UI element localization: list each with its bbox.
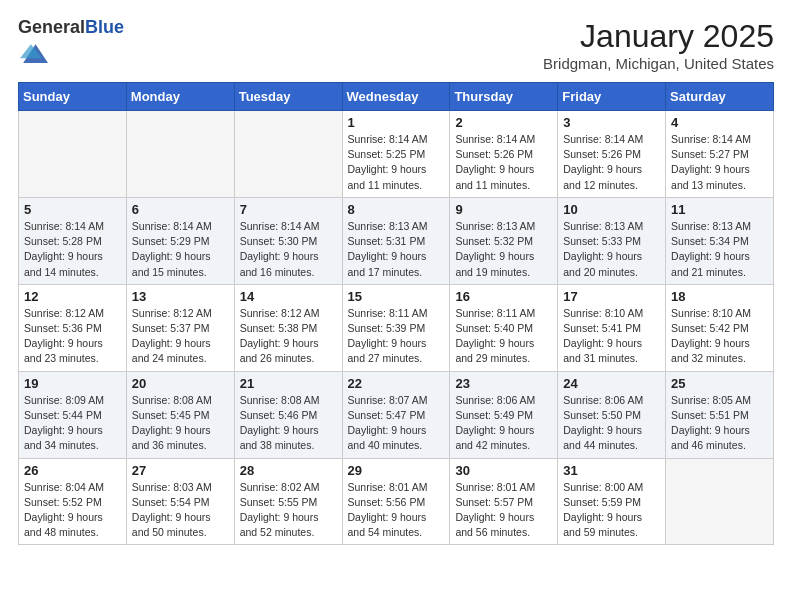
day-number: 27 xyxy=(132,463,229,478)
day-info: Sunrise: 8:14 AMSunset: 5:25 PMDaylight:… xyxy=(348,132,445,193)
table-row: 3Sunrise: 8:14 AMSunset: 5:26 PMDaylight… xyxy=(558,111,666,198)
day-info: Sunrise: 8:14 AMSunset: 5:27 PMDaylight:… xyxy=(671,132,768,193)
table-row: 31Sunrise: 8:00 AMSunset: 5:59 PMDayligh… xyxy=(558,458,666,545)
day-number: 21 xyxy=(240,376,337,391)
table-row: 21Sunrise: 8:08 AMSunset: 5:46 PMDayligh… xyxy=(234,371,342,458)
logo-text: GeneralBlue xyxy=(18,18,124,38)
calendar-title: January 2025 xyxy=(543,18,774,55)
day-info: Sunrise: 8:14 AMSunset: 5:28 PMDaylight:… xyxy=(24,219,121,280)
day-info: Sunrise: 8:01 AMSunset: 5:56 PMDaylight:… xyxy=(348,480,445,541)
day-number: 10 xyxy=(563,202,660,217)
col-tuesday: Tuesday xyxy=(234,83,342,111)
day-info: Sunrise: 8:13 AMSunset: 5:33 PMDaylight:… xyxy=(563,219,660,280)
calendar-table: Sunday Monday Tuesday Wednesday Thursday… xyxy=(18,82,774,545)
day-info: Sunrise: 8:06 AMSunset: 5:49 PMDaylight:… xyxy=(455,393,552,454)
page: GeneralBlue January 2025 Bridgman, Michi… xyxy=(0,0,792,557)
table-row xyxy=(666,458,774,545)
table-row xyxy=(234,111,342,198)
day-info: Sunrise: 8:00 AMSunset: 5:59 PMDaylight:… xyxy=(563,480,660,541)
table-row: 12Sunrise: 8:12 AMSunset: 5:36 PMDayligh… xyxy=(19,284,127,371)
day-number: 15 xyxy=(348,289,445,304)
col-sunday: Sunday xyxy=(19,83,127,111)
logo: GeneralBlue xyxy=(18,18,124,70)
table-row: 29Sunrise: 8:01 AMSunset: 5:56 PMDayligh… xyxy=(342,458,450,545)
col-saturday: Saturday xyxy=(666,83,774,111)
header: GeneralBlue January 2025 Bridgman, Michi… xyxy=(18,18,774,72)
day-info: Sunrise: 8:07 AMSunset: 5:47 PMDaylight:… xyxy=(348,393,445,454)
day-info: Sunrise: 8:08 AMSunset: 5:46 PMDaylight:… xyxy=(240,393,337,454)
day-number: 6 xyxy=(132,202,229,217)
day-info: Sunrise: 8:02 AMSunset: 5:55 PMDaylight:… xyxy=(240,480,337,541)
day-info: Sunrise: 8:01 AMSunset: 5:57 PMDaylight:… xyxy=(455,480,552,541)
day-number: 18 xyxy=(671,289,768,304)
col-wednesday: Wednesday xyxy=(342,83,450,111)
day-info: Sunrise: 8:14 AMSunset: 5:29 PMDaylight:… xyxy=(132,219,229,280)
table-row: 5Sunrise: 8:14 AMSunset: 5:28 PMDaylight… xyxy=(19,197,127,284)
table-row: 30Sunrise: 8:01 AMSunset: 5:57 PMDayligh… xyxy=(450,458,558,545)
table-row: 25Sunrise: 8:05 AMSunset: 5:51 PMDayligh… xyxy=(666,371,774,458)
day-number: 26 xyxy=(24,463,121,478)
table-row: 11Sunrise: 8:13 AMSunset: 5:34 PMDayligh… xyxy=(666,197,774,284)
col-friday: Friday xyxy=(558,83,666,111)
table-row: 22Sunrise: 8:07 AMSunset: 5:47 PMDayligh… xyxy=(342,371,450,458)
day-info: Sunrise: 8:06 AMSunset: 5:50 PMDaylight:… xyxy=(563,393,660,454)
table-row: 15Sunrise: 8:11 AMSunset: 5:39 PMDayligh… xyxy=(342,284,450,371)
calendar-week-row: 26Sunrise: 8:04 AMSunset: 5:52 PMDayligh… xyxy=(19,458,774,545)
logo-icon xyxy=(20,38,48,66)
day-info: Sunrise: 8:11 AMSunset: 5:39 PMDaylight:… xyxy=(348,306,445,367)
table-row: 4Sunrise: 8:14 AMSunset: 5:27 PMDaylight… xyxy=(666,111,774,198)
calendar-week-row: 1Sunrise: 8:14 AMSunset: 5:25 PMDaylight… xyxy=(19,111,774,198)
table-row: 16Sunrise: 8:11 AMSunset: 5:40 PMDayligh… xyxy=(450,284,558,371)
table-row xyxy=(126,111,234,198)
day-info: Sunrise: 8:10 AMSunset: 5:42 PMDaylight:… xyxy=(671,306,768,367)
day-number: 30 xyxy=(455,463,552,478)
table-row: 20Sunrise: 8:08 AMSunset: 5:45 PMDayligh… xyxy=(126,371,234,458)
day-number: 9 xyxy=(455,202,552,217)
day-info: Sunrise: 8:14 AMSunset: 5:26 PMDaylight:… xyxy=(563,132,660,193)
day-number: 19 xyxy=(24,376,121,391)
col-monday: Monday xyxy=(126,83,234,111)
logo-blue: Blue xyxy=(85,17,124,37)
day-number: 1 xyxy=(348,115,445,130)
day-number: 2 xyxy=(455,115,552,130)
day-info: Sunrise: 8:13 AMSunset: 5:32 PMDaylight:… xyxy=(455,219,552,280)
day-info: Sunrise: 8:05 AMSunset: 5:51 PMDaylight:… xyxy=(671,393,768,454)
day-info: Sunrise: 8:11 AMSunset: 5:40 PMDaylight:… xyxy=(455,306,552,367)
table-row: 6Sunrise: 8:14 AMSunset: 5:29 PMDaylight… xyxy=(126,197,234,284)
day-info: Sunrise: 8:09 AMSunset: 5:44 PMDaylight:… xyxy=(24,393,121,454)
table-row: 28Sunrise: 8:02 AMSunset: 5:55 PMDayligh… xyxy=(234,458,342,545)
table-row: 9Sunrise: 8:13 AMSunset: 5:32 PMDaylight… xyxy=(450,197,558,284)
day-number: 16 xyxy=(455,289,552,304)
day-number: 20 xyxy=(132,376,229,391)
day-info: Sunrise: 8:13 AMSunset: 5:34 PMDaylight:… xyxy=(671,219,768,280)
table-row: 13Sunrise: 8:12 AMSunset: 5:37 PMDayligh… xyxy=(126,284,234,371)
day-number: 13 xyxy=(132,289,229,304)
day-info: Sunrise: 8:12 AMSunset: 5:36 PMDaylight:… xyxy=(24,306,121,367)
table-row: 1Sunrise: 8:14 AMSunset: 5:25 PMDaylight… xyxy=(342,111,450,198)
day-number: 14 xyxy=(240,289,337,304)
logo-general: General xyxy=(18,17,85,37)
table-row: 10Sunrise: 8:13 AMSunset: 5:33 PMDayligh… xyxy=(558,197,666,284)
day-number: 28 xyxy=(240,463,337,478)
table-row: 18Sunrise: 8:10 AMSunset: 5:42 PMDayligh… xyxy=(666,284,774,371)
day-info: Sunrise: 8:12 AMSunset: 5:37 PMDaylight:… xyxy=(132,306,229,367)
table-row: 24Sunrise: 8:06 AMSunset: 5:50 PMDayligh… xyxy=(558,371,666,458)
table-row: 17Sunrise: 8:10 AMSunset: 5:41 PMDayligh… xyxy=(558,284,666,371)
day-number: 5 xyxy=(24,202,121,217)
table-row: 27Sunrise: 8:03 AMSunset: 5:54 PMDayligh… xyxy=(126,458,234,545)
calendar-week-row: 19Sunrise: 8:09 AMSunset: 5:44 PMDayligh… xyxy=(19,371,774,458)
day-info: Sunrise: 8:10 AMSunset: 5:41 PMDaylight:… xyxy=(563,306,660,367)
day-number: 23 xyxy=(455,376,552,391)
table-row: 2Sunrise: 8:14 AMSunset: 5:26 PMDaylight… xyxy=(450,111,558,198)
day-number: 12 xyxy=(24,289,121,304)
day-number: 25 xyxy=(671,376,768,391)
day-info: Sunrise: 8:14 AMSunset: 5:30 PMDaylight:… xyxy=(240,219,337,280)
day-number: 11 xyxy=(671,202,768,217)
day-number: 7 xyxy=(240,202,337,217)
calendar-week-row: 12Sunrise: 8:12 AMSunset: 5:36 PMDayligh… xyxy=(19,284,774,371)
day-info: Sunrise: 8:03 AMSunset: 5:54 PMDaylight:… xyxy=(132,480,229,541)
calendar-subtitle: Bridgman, Michigan, United States xyxy=(543,55,774,72)
day-info: Sunrise: 8:04 AMSunset: 5:52 PMDaylight:… xyxy=(24,480,121,541)
calendar-header-row: Sunday Monday Tuesday Wednesday Thursday… xyxy=(19,83,774,111)
table-row: 19Sunrise: 8:09 AMSunset: 5:44 PMDayligh… xyxy=(19,371,127,458)
